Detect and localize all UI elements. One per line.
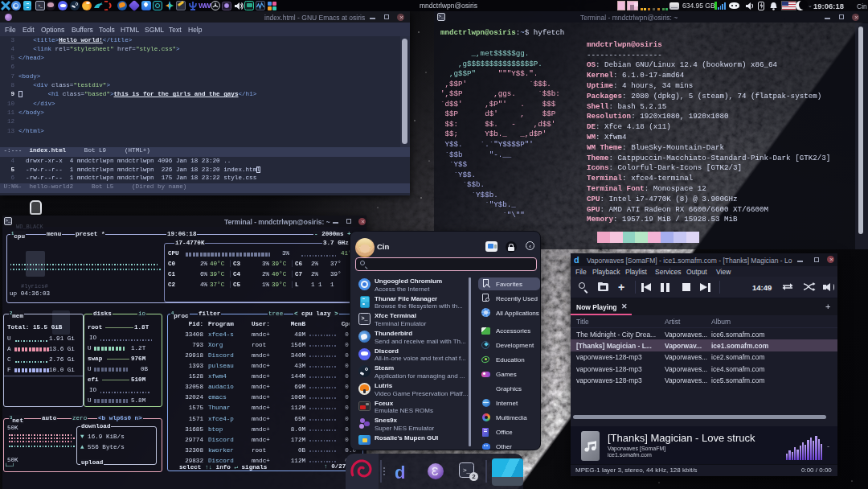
svg-text:d: d [395,462,405,483]
